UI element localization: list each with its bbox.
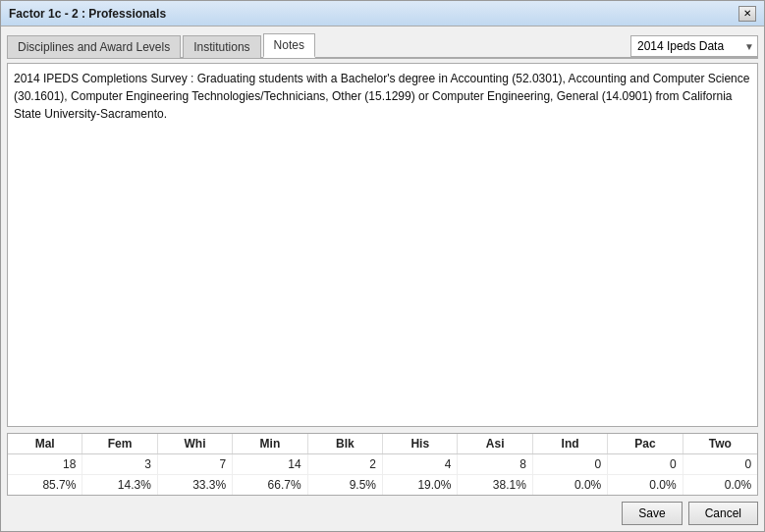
stats-cell-fem-pct: 14.3% xyxy=(82,475,157,495)
tab-notes[interactable]: Notes xyxy=(263,33,315,58)
notes-area: 2014 IPEDS Completions Survey : Graduati… xyxy=(7,63,758,427)
stats-header-fem: Fem xyxy=(82,434,157,453)
stats-cell-blk-count: 2 xyxy=(308,454,383,474)
stats-cell-two-pct: 0.0% xyxy=(683,475,757,495)
stats-cell-ind-pct: 0.0% xyxy=(533,475,608,495)
stats-header-whi: Whi xyxy=(158,434,233,453)
cancel-button[interactable]: Cancel xyxy=(688,502,758,525)
stats-cell-asi-count: 8 xyxy=(458,454,532,474)
stats-cell-his-count: 4 xyxy=(383,454,458,474)
main-window: Factor 1c - 2 : Professionals ✕ Discipli… xyxy=(0,0,765,532)
stats-cell-whi-pct: 33.3% xyxy=(158,475,233,495)
stats-header-ind: Ind xyxy=(533,434,608,453)
stats-header-two: Two xyxy=(683,434,757,453)
stats-cell-his-pct: 19.0% xyxy=(383,475,458,495)
stats-cell-two-count: 0 xyxy=(683,454,757,474)
stats-table: Mal Fem Whi Min Blk His Asi Ind Pac Two … xyxy=(7,433,758,496)
stats-cell-ind-count: 0 xyxy=(533,454,608,474)
data-select[interactable]: 2014 Ipeds Data xyxy=(630,35,758,57)
stats-header-min: Min xyxy=(233,434,307,453)
tabs-left: Disciplines and Award Levels Institution… xyxy=(7,32,317,57)
window-title: Factor 1c - 2 : Professionals xyxy=(9,7,166,21)
stats-header-mal: Mal xyxy=(8,434,82,453)
stats-header-row: Mal Fem Whi Min Blk His Asi Ind Pac Two xyxy=(8,434,757,454)
stats-header-his: His xyxy=(383,434,458,453)
tab-bar-row: Disciplines and Award Levels Institution… xyxy=(7,32,758,59)
stats-cell-mal-pct: 85.7% xyxy=(8,475,82,495)
stats-cell-whi-count: 7 xyxy=(158,454,233,474)
close-button[interactable]: ✕ xyxy=(738,6,756,22)
window-content: Disciplines and Award Levels Institution… xyxy=(1,27,764,531)
stats-cell-fem-count: 3 xyxy=(82,454,157,474)
bottom-buttons: Save Cancel xyxy=(7,502,758,525)
stats-row-counts: 18 3 7 14 2 4 8 0 0 0 xyxy=(8,454,757,475)
stats-header-blk: Blk xyxy=(308,434,383,453)
tab-institutions[interactable]: Institutions xyxy=(183,35,260,58)
notes-text: 2014 IPEDS Completions Survey : Graduati… xyxy=(14,72,749,121)
stats-cell-min-count: 14 xyxy=(233,454,307,474)
stats-cell-pac-pct: 0.0% xyxy=(608,475,683,495)
stats-cell-pac-count: 0 xyxy=(608,454,683,474)
title-bar: Factor 1c - 2 : Professionals ✕ xyxy=(1,1,764,27)
title-bar-controls: ✕ xyxy=(738,6,756,22)
tab-disciplines[interactable]: Disciplines and Award Levels xyxy=(7,35,181,58)
stats-header-pac: Pac xyxy=(608,434,683,453)
stats-cell-asi-pct: 38.1% xyxy=(458,475,532,495)
stats-cell-mal-count: 18 xyxy=(8,454,82,474)
data-select-wrapper: 2014 Ipeds Data ▼ xyxy=(630,35,758,57)
stats-row-percents: 85.7% 14.3% 33.3% 66.7% 9.5% 19.0% 38.1%… xyxy=(8,475,757,495)
stats-cell-min-pct: 66.7% xyxy=(233,475,307,495)
stats-header-asi: Asi xyxy=(458,434,532,453)
stats-cell-blk-pct: 9.5% xyxy=(308,475,383,495)
save-button[interactable]: Save xyxy=(622,502,682,525)
